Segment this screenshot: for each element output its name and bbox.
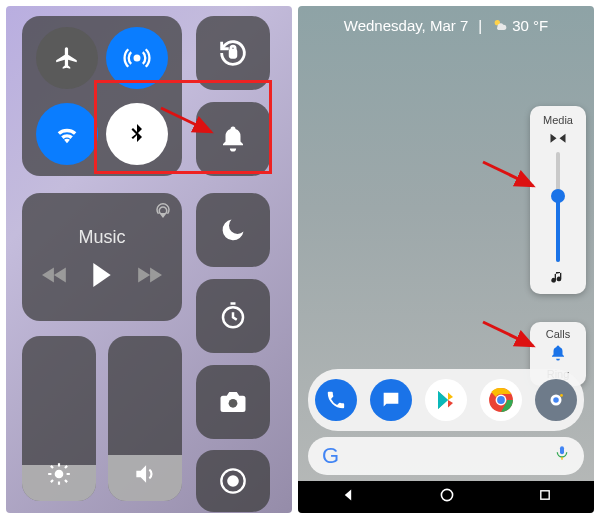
android-homescreen: Wednesday, Mar 7 | 30 °F Media [298,6,594,513]
music-note-icon [550,270,566,288]
connectivity-group [22,16,182,176]
volume-slider[interactable] [108,336,182,501]
temperature-text: 30 °F [512,17,548,34]
timer-icon [218,301,248,331]
timer-button[interactable] [196,279,270,353]
camera-icon [218,387,248,417]
android-nav-bar [298,481,594,513]
date-text: Wednesday, Mar 7 [344,17,469,34]
play-button[interactable] [90,262,114,288]
svg-point-6 [55,470,64,479]
svg-rect-16 [541,491,549,499]
music-title: Music [78,227,125,248]
airdrop-icon [123,44,151,72]
media-label: Media [543,114,573,126]
airdrop-toggle[interactable] [106,27,168,89]
speaker-icon [132,461,158,491]
svg-rect-14 [560,446,564,454]
airplane-icon [54,45,80,71]
next-track-button[interactable] [136,265,162,285]
google-logo: G [322,443,339,469]
chrome-icon [488,387,514,413]
ring-mode-toggle[interactable] [549,344,567,364]
bluetooth-icon [125,122,149,146]
svg-point-0 [135,56,140,61]
svg-rect-1 [230,50,236,57]
svg-point-13 [560,394,563,397]
mic-icon[interactable] [554,443,570,469]
airplane-mode-toggle[interactable] [36,27,98,89]
svg-point-5 [227,475,239,487]
media-volume-panel: Media [530,106,586,294]
phone-app[interactable] [315,379,357,421]
svg-point-15 [441,489,452,500]
bell-icon [549,344,567,362]
svg-point-10 [497,396,505,404]
rewind-icon [42,265,68,285]
prev-track-button[interactable] [42,265,68,285]
svg-point-12 [554,397,560,403]
google-search-bar[interactable]: G [308,437,584,475]
phone-icon [325,389,347,411]
do-not-disturb-toggle[interactable] [196,193,270,267]
airplay-icon [154,201,172,219]
back-icon [340,487,356,503]
chrome-app[interactable] [480,379,522,421]
play-store-icon [434,388,458,412]
camera-icon [545,389,567,411]
rotation-lock-toggle[interactable] [196,16,270,90]
camera-button[interactable] [196,365,270,439]
sun-icon [46,461,72,491]
ios-control-center: Music [6,6,292,513]
back-button[interactable] [340,487,356,507]
messages-app[interactable] [370,379,412,421]
play-store-app[interactable] [425,379,467,421]
app-dock [308,369,584,431]
play-icon [90,262,114,288]
silent-mode-toggle[interactable] [196,102,270,176]
circle-icon [439,487,455,503]
messages-icon [380,389,402,411]
bell-icon [218,124,248,154]
wifi-icon [53,120,81,148]
rotation-lock-icon [216,36,250,70]
moon-icon [219,216,247,244]
cast-icon[interactable] [549,132,567,148]
record-icon [219,467,247,495]
square-icon [538,488,552,502]
forward-icon [136,265,162,285]
weather-icon [492,16,508,35]
brightness-slider[interactable] [22,336,96,501]
screen-record-button[interactable] [196,450,270,512]
camera-app[interactable] [535,379,577,421]
status-divider: | [478,17,482,34]
svg-point-3 [229,399,238,408]
bluetooth-toggle[interactable] [106,103,168,165]
calls-label: Calls [546,328,570,340]
home-button[interactable] [439,487,455,507]
wifi-toggle[interactable] [36,103,98,165]
status-row: Wednesday, Mar 7 | 30 °F [298,16,594,35]
music-widget[interactable]: Music [22,193,182,321]
recents-button[interactable] [538,488,552,506]
media-volume-slider[interactable] [556,152,560,262]
